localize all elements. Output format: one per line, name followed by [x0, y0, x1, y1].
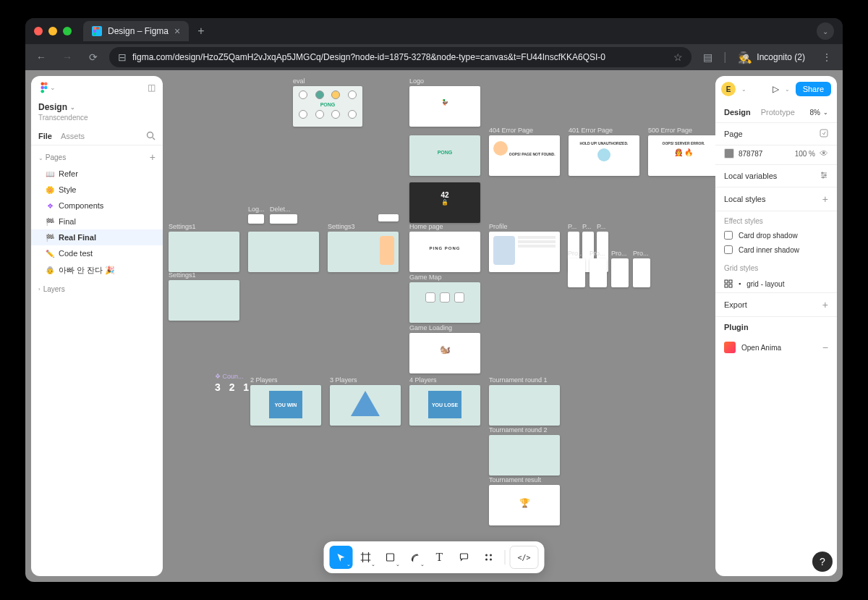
frame-log[interactable]: Log... — [248, 214, 264, 224]
design-tab[interactable]: Design — [724, 102, 751, 122]
frame-tournament-round-2[interactable]: Tournament round 2 — [489, 435, 560, 476]
frame-profile[interactable]: Profile — [489, 232, 560, 272]
page-item-components[interactable]: ❖Components — [31, 198, 163, 214]
frame-home-page[interactable]: Home page PING PONG — [409, 232, 480, 272]
assets-tab[interactable]: Assets — [61, 127, 85, 145]
frame-pro1[interactable]: Pro... — [568, 258, 585, 287]
file-name[interactable]: Design ⌄ — [31, 99, 163, 114]
minimize-window-button[interactable] — [48, 27, 57, 35]
frame-eval[interactable]: eval PONG — [293, 86, 362, 127]
user-avatar[interactable]: E — [721, 82, 736, 96]
figma-menu-button[interactable] — [38, 82, 50, 93]
bookmark-icon[interactable]: ☆ — [673, 51, 683, 63]
dev-mode-toggle[interactable]: </> — [510, 546, 539, 569]
shape-tool[interactable]: ⌄ — [379, 546, 402, 569]
page-item-final[interactable]: 🏁Final — [31, 214, 163, 229]
frame-settings1b[interactable] — [248, 232, 319, 272]
effect-card-drop-shadow[interactable]: Card drop shadow — [715, 228, 837, 242]
back-button[interactable]: ← — [31, 47, 51, 67]
frame-game-map[interactable]: Game Map — [409, 282, 480, 323]
page-item-korean[interactable]: 👵아빠 안 잔다 🎉 — [31, 261, 163, 279]
svg-point-8 — [44, 86, 48, 90]
svg-rect-12 — [820, 130, 827, 137]
reading-list-icon[interactable]: ▤ — [697, 47, 718, 67]
reload-button[interactable]: ⟳ — [83, 47, 103, 67]
background-hex-input[interactable]: 878787 — [739, 150, 791, 158]
tab-list-button[interactable]: ⌄ — [817, 22, 834, 40]
frame-tool[interactable]: ⌄ — [354, 546, 378, 569]
frame-2-players[interactable]: 2 Players YOU WIN — [250, 385, 321, 426]
frame-delete[interactable]: Delet... — [270, 214, 297, 224]
remove-plugin-button[interactable]: − — [822, 342, 828, 353]
frame-404-error[interactable]: 404 Error Page OOPS! PAGE NOT FOUND. — [489, 135, 560, 176]
local-variables-row[interactable]: Local variables — [715, 165, 837, 187]
frame-pro3[interactable]: Pro... — [611, 258, 629, 287]
add-export-button[interactable]: + — [822, 299, 828, 310]
help-button[interactable]: ? — [812, 552, 833, 572]
share-button[interactable]: Share — [796, 82, 831, 96]
visibility-toggle-icon[interactable]: 👁 — [820, 148, 828, 159]
frame-500-error[interactable]: 500 Error Page OOPS! SERVER ERROR.🧑‍🚒🔥 — [648, 135, 715, 176]
frame-401-error[interactable]: 401 Error Page HOLD UP! UNAUTHORIZED. — [569, 135, 639, 176]
address-bar[interactable]: ⊟ figma.com/design/HzoZ5QamH2vJxqAp5JMGC… — [109, 47, 692, 67]
maximize-window-button[interactable] — [63, 27, 72, 35]
figma-favicon — [92, 26, 102, 36]
frame-tiny1[interactable] — [378, 214, 399, 221]
file-tab[interactable]: File — [38, 127, 52, 145]
effect-checkbox[interactable] — [724, 245, 733, 254]
actions-tool[interactable] — [477, 546, 501, 569]
new-tab-button[interactable]: + — [192, 22, 210, 41]
layers-section-header[interactable]: › Layers — [31, 279, 163, 299]
local-styles-row[interactable]: Local styles + — [715, 187, 837, 211]
settings-icon[interactable] — [820, 171, 828, 181]
browser-tab[interactable]: Design – Figma × — [83, 21, 189, 41]
prototype-tab[interactable]: Prototype — [761, 102, 795, 122]
frame-game-loading[interactable]: Game Loading 🐿️ — [409, 333, 480, 373]
plugin-anima[interactable]: Open Anima − — [715, 337, 837, 358]
comment-tool[interactable] — [453, 546, 476, 569]
frame-settings1c[interactable]: Settings1 — [169, 280, 239, 321]
canvas[interactable]: eval PONG Logo 🦆 PONG 404 Error Page OOP… — [163, 70, 715, 582]
move-tool[interactable]: ⌄ — [330, 546, 353, 569]
titlebar: Design – Figma × + ⌄ — [25, 18, 843, 44]
frame-settings3[interactable]: Settings3 — [328, 232, 399, 272]
add-page-button[interactable]: + — [150, 151, 156, 163]
frame-3-players[interactable]: 3 Players — [330, 385, 401, 426]
chrome-menu-button[interactable]: ⋮ — [817, 47, 837, 67]
svg-line-11 — [153, 138, 155, 140]
effect-checkbox[interactable] — [724, 231, 733, 240]
background-swatch[interactable] — [724, 148, 734, 159]
export-row[interactable]: Export + — [715, 292, 837, 317]
page-item-style[interactable]: 🌼Style — [31, 182, 163, 198]
page-item-refer[interactable]: 📖Refer — [31, 166, 163, 182]
component-countdown[interactable]: ❖ Coun... 3 2 1 — [215, 381, 252, 393]
present-button[interactable]: ▷ — [773, 84, 779, 94]
forward-button[interactable]: → — [57, 47, 77, 67]
prototype-settings-icon[interactable] — [820, 129, 828, 139]
page-item-code-test[interactable]: ✏️Code test — [31, 245, 163, 261]
search-icon[interactable] — [146, 131, 156, 142]
frame-pro4[interactable]: Pro... — [633, 258, 650, 287]
frame-settings1[interactable]: Settings1 — [169, 232, 239, 272]
frame-tournament-round-1[interactable]: Tournament round 1 — [489, 385, 560, 426]
panel-toggle-icon[interactable]: ◫ — [148, 83, 156, 93]
grid-layout-item[interactable]: ▪ grid - layout — [715, 275, 837, 292]
pen-tool[interactable]: ⌄ — [404, 546, 427, 569]
frame-logo[interactable]: Logo 🦆 — [409, 86, 480, 127]
frame-pro2[interactable]: Pro... — [590, 258, 607, 287]
page-item-real-final[interactable]: 🏁Real Final — [31, 229, 163, 245]
frame-login-page[interactable]: PONG — [409, 135, 480, 176]
tab-close-icon[interactable]: × — [174, 25, 180, 37]
close-window-button[interactable] — [34, 27, 43, 35]
add-style-button[interactable]: + — [822, 193, 828, 205]
site-info-icon[interactable]: ⊟ — [118, 51, 127, 63]
project-name[interactable]: Transcendence — [31, 114, 163, 127]
pages-section-header[interactable]: ⌄ Pages + — [31, 145, 163, 166]
incognito-indicator[interactable]: 🕵 Incognito (2) — [732, 51, 811, 64]
frame-42[interactable]: 42 🔒 — [409, 182, 480, 223]
frame-4-players[interactable]: 4 Players YOU LOSE — [409, 385, 480, 426]
frame-tournament-result[interactable]: Tournament result 🏆 — [489, 485, 560, 525]
effect-card-inner-shadow[interactable]: Card inner shadow — [715, 242, 837, 257]
text-tool[interactable]: T — [428, 546, 451, 569]
zoom-control[interactable]: 8%⌄ — [810, 109, 828, 117]
